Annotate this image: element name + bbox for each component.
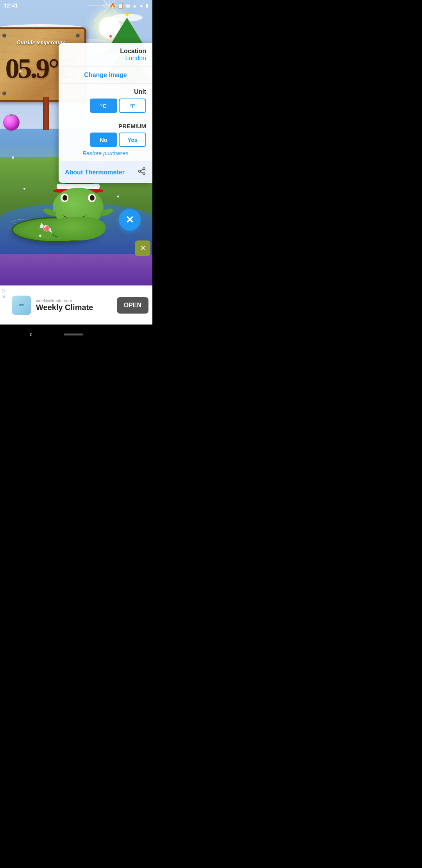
status-time: 12:41 — [4, 2, 18, 9]
sparkle-3 — [12, 156, 14, 159]
change-image-button[interactable]: Change image — [59, 67, 152, 84]
ad-text-block: weeklyclimate.com Weekly Climate — [36, 298, 114, 312]
close-button[interactable]: ✕ — [119, 209, 141, 231]
unit-section: Unit °C °F — [59, 84, 152, 118]
main-app: ★ — [0, 0, 152, 285]
ad-banner: ▷ ✕ WC weeklyclimate.com Weekly Climate … — [0, 285, 152, 325]
svg-line-4 — [141, 169, 143, 171]
ad-domain: weeklyclimate.com — [36, 298, 114, 303]
ad-x-button[interactable]: ✕ — [135, 240, 150, 256]
ad-close-icons: ▷ ✕ — [2, 288, 6, 299]
outside-temp-label: Outside temperature — [16, 39, 66, 45]
svg-line-3 — [141, 172, 143, 173]
fire-icon: 🔥 — [109, 3, 116, 9]
share-icon[interactable] — [138, 167, 146, 178]
premium-section: PREMIUM No Yes Restore purchases — [59, 118, 152, 161]
location-row: Location London — [59, 43, 152, 67]
ad-dismiss-icon[interactable]: ✕ — [2, 294, 6, 299]
sign-pole — [43, 97, 49, 130]
ad-logo: WC — [12, 296, 31, 315]
ad-title: Weekly Climate — [36, 303, 114, 312]
fahrenheit-button[interactable]: °F — [119, 99, 146, 113]
sparkle-8 — [39, 235, 41, 237]
signal-icon: ▲ — [139, 3, 144, 8]
sparkle-1 — [20, 70, 21, 72]
unit-label: Unit — [65, 88, 146, 95]
premium-toggle-group: No Yes — [65, 133, 146, 147]
home-indicator[interactable] — [64, 334, 83, 335]
battery-icon: ▮ — [146, 3, 148, 8]
premium-no-button[interactable]: No — [90, 133, 117, 147]
about-thermometer-link[interactable]: About Thermometer — [65, 169, 125, 176]
premium-yes-button[interactable]: Yes — [119, 133, 146, 147]
premium-label: PREMIUM — [65, 123, 146, 129]
navigation-bar: ‹ — [0, 325, 152, 344]
about-section: About Thermometer — [59, 161, 152, 183]
ornament-ball — [3, 115, 20, 132]
status-bar: 12:41 G 🔥 📋 ▣ ▲ ▲ ▮ — [0, 0, 152, 11]
unit-toggle-group: °C °F — [65, 99, 146, 113]
status-icons: G 🔥 📋 ▣ ▲ ▲ ▮ — [103, 2, 148, 9]
clipboard-icon: 📋 — [118, 3, 124, 9]
restore-purchases-link[interactable]: Restore purchases — [65, 150, 146, 156]
settings-panel: Location London Change image Unit °C °F … — [59, 43, 152, 183]
sparkle-6 — [23, 188, 25, 190]
sparkle-7 — [117, 195, 119, 197]
close-icon: ✕ — [125, 215, 134, 225]
ad-open-button[interactable]: OPEN — [117, 297, 148, 314]
wifi-icon: ▲ — [132, 3, 137, 9]
location-value[interactable]: London — [65, 55, 146, 62]
location-label: Location — [65, 48, 146, 55]
celsius-button[interactable]: °C — [90, 99, 117, 113]
cast-icon: ▣ — [126, 3, 130, 8]
google-icon: G — [103, 2, 107, 9]
back-button[interactable]: ‹ — [29, 329, 32, 339]
ad-arrow-icon[interactable]: ▷ — [2, 288, 6, 293]
